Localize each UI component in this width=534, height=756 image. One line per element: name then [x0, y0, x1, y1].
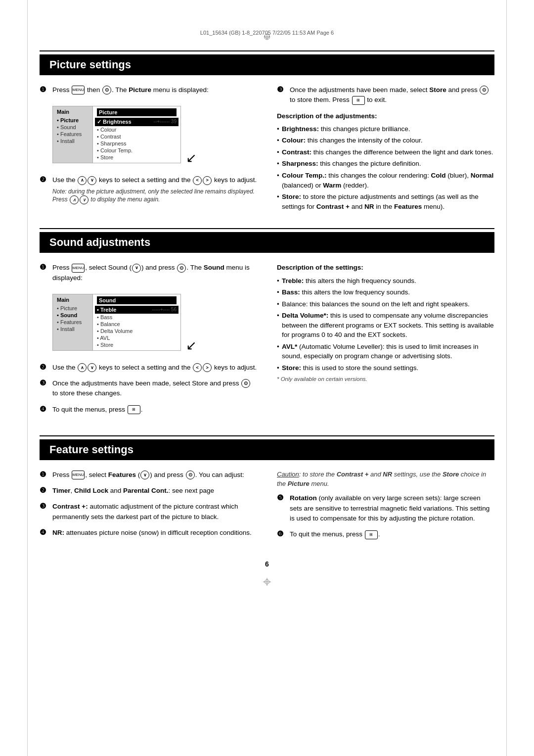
- sound-desc-treble: Treble: this alters the high frequency s…: [277, 276, 494, 286]
- sound-adjustments-title: Sound adjustments: [40, 232, 494, 253]
- feature-step-3-content: Contrast +: automatic adjustment of the …: [52, 502, 257, 522]
- feature-right-col: Caution: to store the Contrast + and NR …: [277, 470, 494, 546]
- up-btn: ∧: [78, 176, 87, 185]
- sound-desc-bass: Bass: this alters the low frequency soun…: [277, 287, 494, 297]
- menu-arrow: ↙: [181, 151, 197, 169]
- feature-settings-section: Feature settings ❶ Press MENU, select Fe…: [40, 435, 494, 546]
- sound-menu-avl: • AVL: [97, 334, 177, 341]
- pic-desc-colour: Colour: this changes the intensity of th…: [277, 136, 494, 145]
- brightness-value: --+------ 39: [154, 119, 177, 124]
- sound-adjustments-content: ❶ Press MENU, select Sound (∨) and press…: [40, 263, 494, 421]
- sound-menu-box-container: Main • Picture • Sound • Features • Inst…: [52, 289, 257, 357]
- feature-step-num-2: ❷: [40, 486, 49, 495]
- sound-step-num-4: ❹: [40, 405, 49, 414]
- feature-step-5-content: Rotation (only available on very large s…: [290, 493, 494, 523]
- feature-step-1: ❶ Press MENU, select Features (∨) and pr…: [40, 470, 257, 480]
- pic-desc-contrast: Contrast: this changes the difference be…: [277, 147, 494, 157]
- menu-main-title: Main: [57, 109, 89, 115]
- picture-settings-content: ❶ Press MENU then ⊙. The Picture menu is…: [40, 85, 494, 213]
- menu-picture-title: Picture: [97, 108, 177, 116]
- step-2-content: Use the ∧∨ keys to select a setting and …: [52, 175, 257, 204]
- menu-brightness: ✓ Brightness --+------ 39: [95, 118, 178, 126]
- sound-desc-list: Treble: this alters the high frequency s…: [277, 276, 494, 373]
- sound-menu-box: Main • Picture • Sound • Features • Inst…: [52, 294, 181, 351]
- sound-desc-store: Store: this is used to store the sound s…: [277, 363, 494, 373]
- sound-desc-balance: Balance: this balances the sound on the …: [277, 299, 494, 309]
- menu-item-install: • Install: [57, 138, 89, 144]
- pic-desc-title: Description of the adjustments:: [277, 111, 494, 121]
- step-num-1: ❶: [40, 85, 49, 94]
- sound-step-1: ❶ Press MENU, select Sound (∨) and press…: [40, 263, 257, 283]
- sound-step-num-3: ❸: [40, 378, 49, 387]
- sound-step-num-2: ❷: [40, 363, 49, 372]
- feature-step-num-6: ❻: [277, 529, 287, 538]
- sound-step-num-1: ❶: [40, 263, 49, 272]
- f-menu-exit: ⊞: [365, 530, 378, 539]
- feature-step-6: ❻ To quit the menus, press ⊞.: [277, 529, 494, 539]
- sound-menu-install: • Install: [57, 326, 89, 332]
- pic-desc-list: Brightness: this changes picture brillia…: [277, 124, 494, 212]
- pic-desc-store: Store: to store the picture adjustments …: [277, 192, 494, 211]
- feature-step-5: ❺ Rotation (only available on very large…: [277, 493, 494, 523]
- sound-desc-avl: AVL* (Automatic Volume Leveller): this i…: [277, 342, 494, 361]
- sound-step-2-content: Use the ∧∨ keys to select a setting and …: [52, 363, 257, 373]
- feature-step-num-5: ❺: [277, 493, 287, 502]
- ok-btn-2: ⊙: [480, 86, 489, 94]
- feature-step-num-4: ❹: [40, 528, 49, 537]
- pic-desc-brightness: Brightness: this changes picture brillia…: [277, 124, 494, 134]
- sound-footnote: * Only available on certain versions.: [277, 375, 494, 383]
- feature-step-4-content: NR: attenuates picture noise (snow) in d…: [52, 528, 257, 538]
- menu-item-features: • Features: [57, 131, 89, 138]
- sound-step-3-content: Once the adjustments have been made, sel…: [52, 378, 257, 399]
- menu-btn-2: ⊞: [352, 96, 365, 105]
- picture-menu-box-container: Main • Picture • Sound • Features • Inst…: [52, 101, 257, 169]
- picture-step-2: ❷ Use the ∧∨ keys to select a setting an…: [40, 175, 257, 204]
- header-text: L01_15634 (GB) 1-8_220705 7/22/05 11:53 …: [200, 30, 334, 36]
- sound-step-1-content: Press MENU, select Sound (∨) and press ⊙…: [52, 263, 257, 283]
- feature-step-2: ❷ Timer, Child Lock and Parental Cont.: …: [40, 486, 257, 496]
- step-3-content: Once the adjustments have been made, sel…: [290, 85, 494, 105]
- s-up-btn: ∧: [78, 363, 87, 372]
- sound-menu-sound: • Sound: [57, 312, 89, 319]
- f-menu-btn: MENU: [72, 471, 85, 479]
- header-line: L01_15634 (GB) 1-8_220705 7/22/05 11:53 …: [40, 30, 494, 36]
- menu-btn-icon: MENU: [72, 86, 85, 94]
- sound-menu-treble: • Treble -----+---- 56: [95, 306, 178, 314]
- bottom-crosshair: [263, 578, 271, 586]
- sound-menu-features: • Features: [57, 319, 89, 326]
- feature-step-6-content: To quit the menus, press ⊞.: [290, 529, 494, 539]
- sound-step-2: ❷ Use the ∧∨ keys to select a setting an…: [40, 363, 257, 373]
- sound-ok-btn: ⊙: [177, 264, 186, 273]
- picture-settings-section: Picture settings ❶ Press MENU then ⊙. Th…: [40, 50, 494, 213]
- picture-right-col: ❸ Once the adjustments have been made, s…: [277, 85, 494, 213]
- picture-step-1: ❶ Press MENU then ⊙. The Picture menu is…: [40, 85, 257, 95]
- step-1-content: Press MENU then ⊙. The Picture menu is d…: [52, 85, 257, 95]
- feature-step-3: ❸ Contrast +: automatic adjustment of th…: [40, 502, 257, 522]
- sound-menu-bass: • Bass: [97, 314, 177, 321]
- s-left-btn: <: [193, 363, 202, 372]
- s-right-btn: >: [203, 363, 212, 372]
- sound-menu-picture: • Picture: [57, 305, 89, 312]
- sound-divider: [40, 228, 494, 229]
- left-btn: <: [193, 176, 202, 185]
- sound-desc-delta: Delta Volume*: this is used to compensat…: [277, 311, 494, 340]
- feature-step-4: ❹ NR: attenuates picture noise (snow) in…: [40, 528, 257, 538]
- picture-divider: [40, 50, 494, 51]
- menu-item-sound: • Sound: [57, 124, 89, 131]
- sound-title-label: Sound: [97, 296, 177, 304]
- right-btn: >: [203, 176, 212, 185]
- menu-item-picture: • Picture: [57, 117, 89, 124]
- feature-divider: [40, 435, 494, 436]
- sound-menu-arrow: ↙: [181, 339, 197, 357]
- page-number: 6: [40, 560, 494, 568]
- feature-settings-content: ❶ Press MENU, select Features (∨) and pr…: [40, 470, 494, 546]
- picture-description: Description of the adjustments: Brightne…: [277, 111, 494, 212]
- menu-sharpness: • Sharpness: [97, 140, 177, 147]
- sound-step-3: ❸ Once the adjustments have been made, s…: [40, 378, 257, 399]
- feature-step-num-3: ❸: [40, 502, 49, 511]
- f-down-btn: ∨: [140, 471, 149, 479]
- sound-desc-title: Description of the settings:: [277, 263, 494, 273]
- sound-right-col: Description of the settings: Treble: thi…: [277, 263, 494, 421]
- s-menu-exit: ⊞: [128, 405, 140, 414]
- sound-step-4: ❹ To quit the menus, press ⊞.: [40, 405, 257, 415]
